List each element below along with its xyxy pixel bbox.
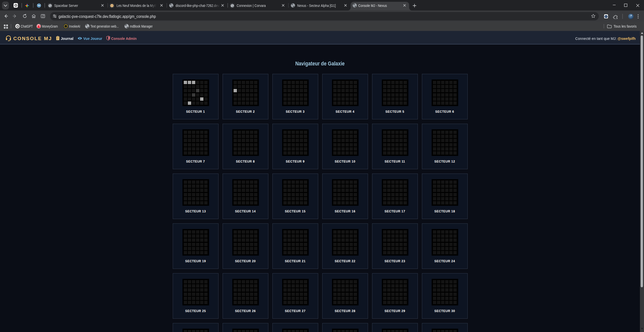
- svg-text:W: W: [38, 4, 41, 7]
